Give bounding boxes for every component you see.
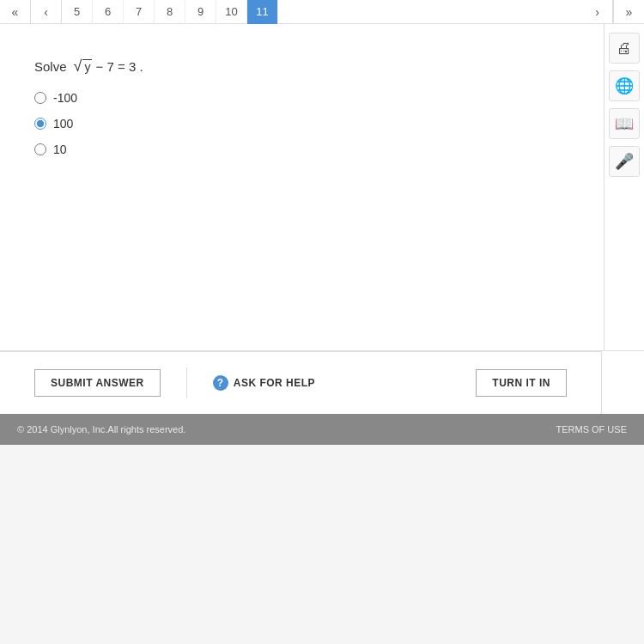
page-6[interactable]: 6: [93, 0, 124, 24]
page-footer: © 2014 Glynlyon, Inc.All rights reserved…: [0, 414, 644, 445]
solve-word: Solve: [34, 59, 67, 74]
page-11-active[interactable]: 11: [247, 0, 278, 24]
question-panel: Solve √ y − 7 = 3 . -100: [0, 24, 604, 350]
terms-of-use-link[interactable]: TERMS OF USE: [556, 424, 627, 434]
question-text: Solve √ y − 7 = 3 .: [34, 58, 569, 74]
option-negative-100[interactable]: -100: [34, 91, 569, 105]
option-10[interactable]: 10: [34, 143, 569, 156]
book-button[interactable]: 📖: [609, 108, 640, 139]
sqrt-symbol: √: [74, 58, 82, 74]
globe-button[interactable]: 🌐: [609, 70, 640, 101]
turn-it-in-button[interactable]: TURN IT IN: [476, 369, 567, 397]
page-wrapper: « ‹ 5 6 7 8 9 10 11 › » Solve √ y: [0, 0, 644, 445]
submit-answer-button[interactable]: SUBMIT ANSWER: [34, 369, 161, 397]
radical-content: y: [82, 59, 92, 74]
math-expression: √ y − 7 = 3 .: [74, 58, 143, 74]
radio-negative-100[interactable]: [34, 92, 46, 104]
page-10[interactable]: 10: [216, 0, 247, 24]
page-7[interactable]: 7: [124, 0, 155, 24]
print-button[interactable]: 🖨: [609, 33, 640, 64]
content-row: Solve √ y − 7 = 3 . -100: [0, 24, 644, 350]
ask-for-help-button[interactable]: ? ASK FOR HELP: [213, 375, 315, 391]
last-page-button[interactable]: »: [613, 0, 644, 24]
sidebar-action-spacer: [601, 351, 644, 414]
prev-page-button[interactable]: ‹: [31, 0, 62, 24]
page-navigation: « ‹ 5 6 7 8 9 10 11 › »: [0, 0, 644, 24]
mic-button[interactable]: 🎤: [609, 146, 640, 177]
help-icon: ?: [213, 375, 228, 391]
radical-expr: √ y: [74, 58, 93, 74]
option-100[interactable]: 100: [34, 117, 569, 131]
radio-10[interactable]: [34, 143, 46, 155]
page-9[interactable]: 9: [185, 0, 216, 24]
page-numbers: 5 6 7 8 9 10 11: [62, 0, 582, 24]
copyright-text: © 2014 Glynlyon, Inc.All rights reserved…: [17, 424, 185, 434]
math-rest: − 7 = 3 .: [92, 59, 143, 74]
answer-options: -100 100 10: [34, 91, 569, 156]
ask-help-label: ASK FOR HELP: [234, 377, 315, 389]
option-label-neg100: -100: [53, 91, 77, 105]
option-label-10: 10: [53, 143, 67, 156]
radio-100[interactable]: [34, 118, 46, 130]
option-label-100: 100: [53, 117, 73, 131]
page-5[interactable]: 5: [62, 0, 93, 24]
question-area: Solve √ y − 7 = 3 . -100: [0, 24, 604, 350]
action-bar: SUBMIT ANSWER ? ASK FOR HELP TURN IT IN: [0, 351, 601, 414]
action-divider: [186, 368, 187, 398]
first-page-button[interactable]: «: [0, 0, 31, 24]
next-page-button[interactable]: ›: [582, 0, 613, 24]
page-8[interactable]: 8: [155, 0, 185, 24]
right-sidebar: 🖨 🌐 📖 🎤: [604, 24, 644, 350]
